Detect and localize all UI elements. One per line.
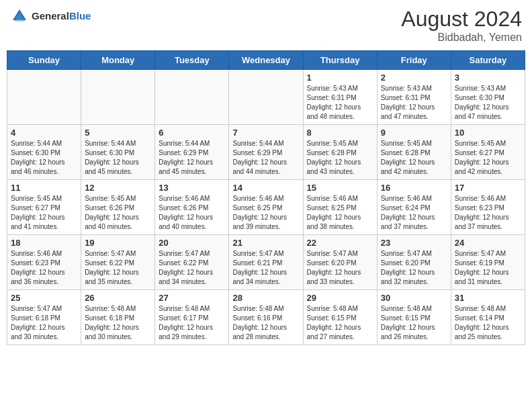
day-cell: 23Sunrise: 5:47 AM Sunset: 6:20 PM Dayli… [377,235,451,290]
day-number: 12 [85,183,151,193]
header-friday: Friday [377,51,451,70]
day-number: 19 [85,238,151,248]
day-cell: 14Sunrise: 5:46 AM Sunset: 6:25 PM Dayli… [229,180,303,235]
day-number: 21 [232,238,299,248]
day-info: Sunrise: 5:47 AM Sunset: 6:21 PM Dayligh… [232,249,299,287]
day-info: Sunrise: 5:48 AM Sunset: 6:15 PM Dayligh… [381,304,447,342]
day-cell: 18Sunrise: 5:46 AM Sunset: 6:23 PM Dayli… [7,235,81,290]
day-number: 29 [307,293,373,303]
day-cell: 26Sunrise: 5:48 AM Sunset: 6:18 PM Dayli… [81,290,155,345]
day-info: Sunrise: 5:47 AM Sunset: 6:19 PM Dayligh… [455,249,521,287]
day-cell: 1Sunrise: 5:43 AM Sunset: 6:31 PM Daylig… [303,70,377,125]
day-cell: 25Sunrise: 5:47 AM Sunset: 6:18 PM Dayli… [7,290,81,345]
day-cell: 10Sunrise: 5:45 AM Sunset: 6:27 PM Dayli… [451,125,525,180]
day-number: 30 [381,293,447,303]
day-info: Sunrise: 5:46 AM Sunset: 6:25 PM Dayligh… [307,194,373,232]
day-cell [229,70,303,125]
day-cell: 12Sunrise: 5:45 AM Sunset: 6:26 PM Dayli… [81,180,155,235]
logo-blue: Blue [69,10,91,21]
header-saturday: Saturday [451,51,525,70]
day-cell: 27Sunrise: 5:48 AM Sunset: 6:17 PM Dayli… [155,290,229,345]
day-info: Sunrise: 5:48 AM Sunset: 6:18 PM Dayligh… [85,304,151,342]
day-number: 7 [232,128,299,138]
day-cell: 16Sunrise: 5:46 AM Sunset: 6:24 PM Dayli… [377,180,451,235]
day-number: 13 [159,183,225,193]
day-cell: 15Sunrise: 5:46 AM Sunset: 6:25 PM Dayli… [303,180,377,235]
day-number: 15 [307,183,373,193]
day-cell: 8Sunrise: 5:45 AM Sunset: 6:28 PM Daylig… [303,125,377,180]
day-info: Sunrise: 5:46 AM Sunset: 6:23 PM Dayligh… [11,249,77,287]
day-cell: 6Sunrise: 5:44 AM Sunset: 6:29 PM Daylig… [155,125,229,180]
week-row-4: 18Sunrise: 5:46 AM Sunset: 6:23 PM Dayli… [7,235,525,290]
day-number: 25 [11,293,77,303]
title-block: August 2024 Bidbadah, Yemen [401,7,522,44]
day-number: 9 [381,128,447,138]
day-info: Sunrise: 5:43 AM Sunset: 6:31 PM Dayligh… [381,84,447,122]
day-cell [81,70,155,125]
day-cell: 31Sunrise: 5:48 AM Sunset: 6:14 PM Dayli… [451,290,525,345]
day-cell: 24Sunrise: 5:47 AM Sunset: 6:19 PM Dayli… [451,235,525,290]
calendar-table: SundayMondayTuesdayWednesdayThursdayFrid… [7,50,525,345]
day-cell: 19Sunrise: 5:47 AM Sunset: 6:22 PM Dayli… [81,235,155,290]
location: Bidbadah, Yemen [401,32,522,44]
header-monday: Monday [81,51,155,70]
day-info: Sunrise: 5:44 AM Sunset: 6:29 PM Dayligh… [232,139,299,177]
day-info: Sunrise: 5:47 AM Sunset: 6:18 PM Dayligh… [11,304,77,342]
day-cell: 28Sunrise: 5:48 AM Sunset: 6:16 PM Dayli… [229,290,303,345]
month-year: August 2024 [401,7,522,32]
day-number: 18 [11,238,77,248]
day-info: Sunrise: 5:48 AM Sunset: 6:16 PM Dayligh… [232,304,299,342]
week-row-3: 11Sunrise: 5:45 AM Sunset: 6:27 PM Dayli… [7,180,525,235]
day-info: Sunrise: 5:45 AM Sunset: 6:27 PM Dayligh… [11,194,77,232]
day-info: Sunrise: 5:46 AM Sunset: 6:24 PM Dayligh… [381,194,447,232]
day-info: Sunrise: 5:48 AM Sunset: 6:17 PM Dayligh… [159,304,225,342]
day-cell: 17Sunrise: 5:46 AM Sunset: 6:23 PM Dayli… [451,180,525,235]
day-number: 28 [232,293,299,303]
calendar-header-row: SundayMondayTuesdayWednesdayThursdayFrid… [7,51,525,70]
day-number: 1 [307,73,373,83]
day-cell: 7Sunrise: 5:44 AM Sunset: 6:29 PM Daylig… [229,125,303,180]
page-header: GeneralBlue August 2024 Bidbadah, Yemen [7,7,525,44]
day-number: 5 [85,128,151,138]
header-tuesday: Tuesday [155,51,229,70]
week-row-2: 4Sunrise: 5:44 AM Sunset: 6:30 PM Daylig… [7,125,525,180]
day-cell: 2Sunrise: 5:43 AM Sunset: 6:31 PM Daylig… [377,70,451,125]
day-info: Sunrise: 5:46 AM Sunset: 6:23 PM Dayligh… [455,194,521,232]
day-info: Sunrise: 5:45 AM Sunset: 6:28 PM Dayligh… [381,139,447,177]
day-number: 27 [159,293,225,303]
day-info: Sunrise: 5:47 AM Sunset: 6:22 PM Dayligh… [85,249,151,287]
week-row-1: 1Sunrise: 5:43 AM Sunset: 6:31 PM Daylig… [7,70,525,125]
day-info: Sunrise: 5:44 AM Sunset: 6:30 PM Dayligh… [85,139,151,177]
day-info: Sunrise: 5:45 AM Sunset: 6:26 PM Dayligh… [85,194,151,232]
day-cell: 20Sunrise: 5:47 AM Sunset: 6:22 PM Dayli… [155,235,229,290]
day-number: 8 [307,128,373,138]
day-info: Sunrise: 5:45 AM Sunset: 6:27 PM Dayligh… [455,139,521,177]
day-info: Sunrise: 5:43 AM Sunset: 6:30 PM Dayligh… [455,84,521,122]
header-thursday: Thursday [303,51,377,70]
day-cell: 21Sunrise: 5:47 AM Sunset: 6:21 PM Dayli… [229,235,303,290]
day-cell: 11Sunrise: 5:45 AM Sunset: 6:27 PM Dayli… [7,180,81,235]
day-info: Sunrise: 5:46 AM Sunset: 6:25 PM Dayligh… [232,194,299,232]
day-info: Sunrise: 5:44 AM Sunset: 6:30 PM Dayligh… [11,139,77,177]
logo: GeneralBlue [10,7,91,26]
day-number: 2 [381,73,447,83]
header-wednesday: Wednesday [229,51,303,70]
day-cell: 3Sunrise: 5:43 AM Sunset: 6:30 PM Daylig… [451,70,525,125]
day-info: Sunrise: 5:45 AM Sunset: 6:28 PM Dayligh… [307,139,373,177]
day-cell: 4Sunrise: 5:44 AM Sunset: 6:30 PM Daylig… [7,125,81,180]
day-info: Sunrise: 5:47 AM Sunset: 6:22 PM Dayligh… [159,249,225,287]
day-number: 22 [307,238,373,248]
day-cell: 9Sunrise: 5:45 AM Sunset: 6:28 PM Daylig… [377,125,451,180]
day-cell: 29Sunrise: 5:48 AM Sunset: 6:15 PM Dayli… [303,290,377,345]
logo-general: General [32,10,69,21]
logo-text: GeneralBlue [32,10,91,22]
day-info: Sunrise: 5:43 AM Sunset: 6:31 PM Dayligh… [307,84,373,122]
day-info: Sunrise: 5:48 AM Sunset: 6:14 PM Dayligh… [455,304,521,342]
day-info: Sunrise: 5:46 AM Sunset: 6:26 PM Dayligh… [159,194,225,232]
day-number: 3 [455,73,521,83]
day-info: Sunrise: 5:47 AM Sunset: 6:20 PM Dayligh… [381,249,447,287]
day-number: 17 [455,183,521,193]
day-info: Sunrise: 5:47 AM Sunset: 6:20 PM Dayligh… [307,249,373,287]
day-number: 14 [232,183,299,193]
day-cell: 30Sunrise: 5:48 AM Sunset: 6:15 PM Dayli… [377,290,451,345]
